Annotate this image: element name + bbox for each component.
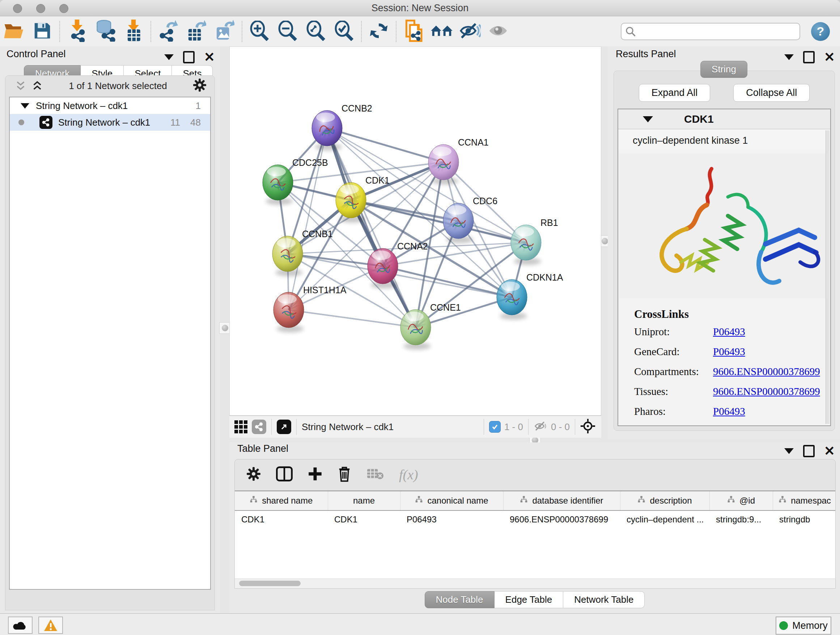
network-edge[interactable]	[289, 128, 327, 310]
network-node-cdkn1a[interactable]	[497, 279, 527, 320]
table-cell[interactable]: 9606.ENSP00000378699	[503, 510, 620, 528]
table-row[interactable]: CDK1CDK1P064939606.ENSP00000378699cyclin…	[235, 510, 835, 528]
crosslink-compartments-link[interactable]: 9606.ENSP00000378699	[713, 366, 820, 378]
export-image-button[interactable]	[210, 19, 239, 44]
zoom-selected-button[interactable]	[330, 19, 358, 44]
panel-collapse-icon[interactable]	[784, 54, 794, 60]
grid-view-icon[interactable]	[234, 420, 248, 433]
table-cell[interactable]: stringdb	[773, 510, 835, 528]
string-network-graph[interactable]: CCNB2CCNA1CDC25BCDK1CDC6RB1CCNB1CCNA2CDK…	[230, 47, 601, 415]
panel-close-icon[interactable]: ✕	[824, 52, 835, 62]
zoom-in-button[interactable]	[245, 19, 273, 44]
column-header-name[interactable]: name	[328, 491, 400, 510]
panel-float-icon[interactable]	[183, 51, 195, 63]
crosslink-tissues-link[interactable]: 9606.ENSP00000378699	[713, 386, 820, 397]
network-canvas[interactable]: CCNB2CCNA1CDC25BCDK1CDC6RB1CCNB1CCNA2CDK…	[229, 46, 601, 416]
expand-all-networks-icon[interactable]	[32, 80, 43, 92]
node-table[interactable]: shared namenamecanonical namedatabase id…	[235, 491, 835, 579]
network-node-ccnb2[interactable]	[312, 111, 342, 150]
table-cell[interactable]: CDK1	[235, 510, 328, 528]
crosslink-label: Uniprot:	[634, 326, 713, 338]
network-node-hist1h1a[interactable]	[273, 292, 304, 333]
crosslink-pharos-link[interactable]: P06493	[713, 405, 745, 417]
detach-view-icon[interactable]	[277, 420, 291, 434]
panel-close-icon[interactable]: ✕	[204, 52, 215, 62]
create-column-icon[interactable]	[308, 467, 322, 483]
refresh-button[interactable]	[365, 19, 393, 44]
network-node-ccne1[interactable]	[401, 310, 431, 350]
network-edge[interactable]	[327, 128, 444, 162]
search-input[interactable]	[621, 23, 800, 40]
network-edge[interactable]	[289, 310, 416, 327]
zoom-fit-button[interactable]	[302, 19, 330, 44]
column-header-shared-name[interactable]: shared name	[235, 491, 328, 510]
collapse-all-button[interactable]: Collapse All	[733, 84, 810, 102]
open-session-button[interactable]	[0, 19, 28, 44]
section-expander-icon[interactable]	[643, 116, 653, 122]
crosslink-row: GeneCard:P06493	[634, 346, 830, 358]
network-options-gear-icon[interactable]	[193, 78, 207, 93]
panel-close-icon[interactable]: ✕	[824, 447, 835, 456]
import-network-file-button[interactable]	[63, 19, 91, 44]
expand-all-button[interactable]: Expand All	[639, 84, 711, 102]
help-button[interactable]: ?	[811, 22, 830, 41]
network-node-cdc25b[interactable]	[263, 165, 293, 205]
memory-button[interactable]: Memory	[775, 616, 831, 635]
results-scrollbar[interactable]	[826, 130, 829, 424]
network-node-ccnb1[interactable]	[272, 236, 303, 276]
panel-float-icon[interactable]	[803, 51, 815, 63]
column-header-namespac[interactable]: namespac	[773, 491, 835, 510]
collapse-all-networks-icon[interactable]	[15, 80, 27, 92]
column-header-database-identifier[interactable]: database identifier	[503, 491, 620, 510]
network-node-cdc6[interactable]	[443, 203, 474, 243]
panel-float-icon[interactable]	[803, 445, 815, 457]
crosslink-uniprot-link[interactable]: P06493	[713, 326, 745, 338]
tree-expander-icon[interactable]	[21, 103, 29, 109]
network-edge[interactable]	[327, 128, 416, 327]
export-table-button[interactable]	[182, 19, 210, 44]
gene-section: CDK1 cyclin–dependent kinase 1	[617, 109, 831, 426]
panel-collapse-icon[interactable]	[164, 54, 174, 60]
warnings-button[interactable]	[38, 616, 63, 634]
network-view-icon[interactable]	[252, 420, 266, 434]
string-home-button[interactable]	[428, 19, 456, 44]
table-cell[interactable]: CDK1	[328, 510, 400, 528]
table-options-gear-icon[interactable]	[246, 467, 261, 483]
export-network-button[interactable]	[154, 19, 182, 44]
panel-collapse-icon[interactable]	[784, 448, 794, 454]
tab-node-table[interactable]: Node Table	[425, 591, 494, 608]
network-collection-row[interactable]: String Network – cdk1 1	[10, 97, 210, 114]
save-session-button[interactable]	[28, 19, 57, 44]
clone-network-button[interactable]	[399, 19, 428, 44]
network-node-ccna2[interactable]	[368, 249, 398, 288]
table-cell[interactable]: stringdb:9...	[709, 510, 773, 528]
zoom-out-button[interactable]	[273, 19, 302, 44]
crosslink-label: Compartments:	[634, 366, 713, 378]
scrollbar-thumb[interactable]	[239, 581, 301, 586]
table-cell[interactable]: cyclin–dependent ...	[620, 510, 709, 528]
hide-glass-pane-button[interactable]	[456, 19, 484, 44]
network-row[interactable]: String Network – cdk1 11 48	[10, 114, 210, 131]
birds-eye-view-icon[interactable]	[580, 418, 595, 435]
delete-column-icon[interactable]	[338, 466, 351, 483]
crosslink-genecard-link[interactable]: P06493	[713, 346, 745, 358]
tab-edge-table[interactable]: Edge Table	[494, 591, 564, 608]
selected-checkbox-icon[interactable]	[489, 421, 501, 432]
show-glass-pane-button[interactable]	[484, 19, 512, 44]
import-network-database-button[interactable]	[91, 19, 119, 44]
left-splitter[interactable]	[220, 46, 229, 613]
column-header--id[interactable]: @id	[709, 491, 773, 510]
results-panel-tabs: String	[700, 61, 747, 78]
network-node-rb1[interactable]	[511, 225, 541, 265]
import-table-button[interactable]	[119, 19, 148, 44]
tab-string[interactable]: String	[700, 61, 747, 78]
show-columns-icon[interactable]	[276, 466, 293, 483]
table-horizontal-scrollbar[interactable]	[235, 578, 835, 588]
gene-section-header[interactable]: CDK1	[618, 109, 830, 129]
table-cell[interactable]: P06493	[400, 510, 503, 528]
network-node-cdk1[interactable]	[336, 182, 366, 223]
cloud-status-button[interactable]	[8, 616, 33, 634]
tab-network-table[interactable]: Network Table	[563, 591, 645, 608]
column-header-description[interactable]: description	[620, 491, 709, 510]
column-header-canonical-name[interactable]: canonical name	[400, 491, 503, 510]
